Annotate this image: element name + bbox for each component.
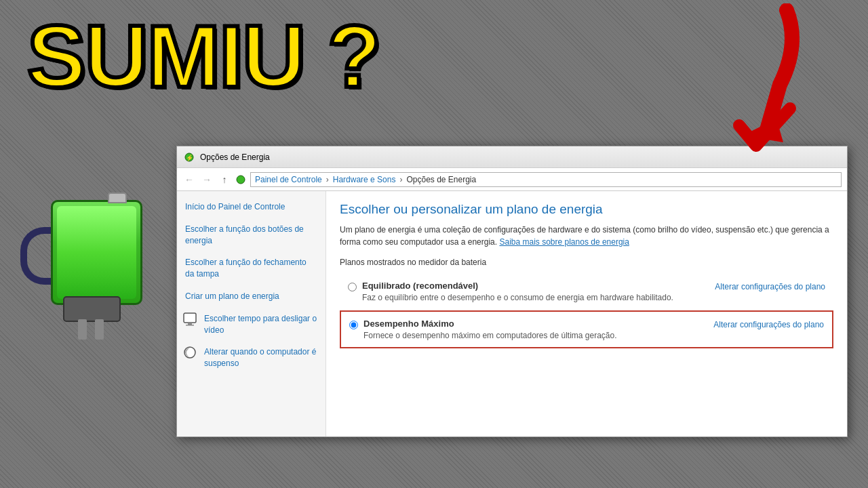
right-panel: Escolher ou personalizar um plano de ene… [326, 191, 847, 436]
main-title: SUMIU ? [27, 12, 380, 100]
svg-point-3 [237, 176, 245, 184]
power-svg-icon: ⚡ [184, 152, 195, 163]
dialog-content: Início do Painel de Controle Escolher a … [177, 191, 847, 436]
panel-main-title: Escolher ou personalizar um plano de ene… [340, 202, 833, 217]
plan-max-info: Desempenho Máximo Fornece o desempenho m… [363, 319, 713, 340]
plan-max-label[interactable]: Desempenho Máximo Fornece o desempenho m… [349, 319, 713, 340]
plan-max-radio[interactable] [349, 321, 358, 329]
sidebar-link-desligar[interactable]: Escolher tempo para desligar o vídeo [201, 311, 320, 338]
svg-rect-4 [184, 313, 196, 323]
sidebar-item-desligar-video: Escolher tempo para desligar o vídeo [182, 311, 320, 341]
battery-illustration [17, 183, 153, 332]
forward-button[interactable]: → [200, 173, 214, 186]
learn-more-link[interactable]: Saiba mais sobre planos de energia [499, 237, 629, 247]
address-power-icon [235, 174, 246, 185]
sidebar-item-inicio[interactable]: Início do Painel de Controle [182, 199, 320, 215]
plans-label: Planos mostrados no medidor da bateria [340, 258, 833, 267]
svg-rect-6 [186, 325, 194, 326]
plan-max-name: Desempenho Máximo [363, 319, 713, 329]
back-button[interactable]: ← [182, 173, 196, 186]
dialog-box: ⚡ Opções de Energia ← → ↑ Painel de Cont… [176, 146, 848, 437]
address-bar: ← → ↑ Painel de Controle › Hardware e So… [177, 168, 847, 191]
sidebar-item-criar[interactable]: Criar um plano de energia [182, 289, 320, 304]
plan-balanced-radio[interactable] [348, 283, 357, 291]
monitor-icon [182, 312, 197, 327]
plan-balanced-action[interactable]: Alterar configurações do plano [715, 282, 825, 291]
dialog-title-label: Opções de Energia [200, 152, 270, 162]
address-sep-1: › [326, 175, 329, 184]
sidebar-item-botoes[interactable]: Escolher a função dos botões de energia [182, 222, 320, 249]
address-painel[interactable]: Painel de Controle [255, 175, 322, 184]
sidebar-item-suspenso: Alterar quando o computador é suspenso [182, 344, 320, 374]
plan-max-action[interactable]: Alterar configurações do plano [713, 320, 824, 329]
plan-row-balanced: Equilibrado (recomendável) Faz o equilíb… [340, 274, 833, 309]
plan-balanced-desc: Faz o equilíbrio entre o desempenho e o … [362, 293, 715, 302]
plan-row-max-performance: Desempenho Máximo Fornece o desempenho m… [340, 310, 833, 348]
moon-icon [182, 345, 197, 360]
panel-description: Um plano de energia é uma coleção de con… [340, 224, 833, 248]
left-sidebar: Início do Painel de Controle Escolher a … [177, 191, 326, 436]
sidebar-item-fechamento[interactable]: Escolher a função do fechamento da tampa [182, 255, 320, 282]
red-arrow [678, 3, 827, 162]
plan-max-desc: Fornece o desempenho máximo em computado… [363, 331, 713, 340]
up-button[interactable]: ↑ [218, 173, 231, 186]
address-path-bar: Painel de Controle › Hardware e Sons › O… [250, 172, 842, 187]
svg-text:⚡: ⚡ [186, 154, 194, 162]
plan-balanced-name: Equilibrado (recomendável) [362, 281, 715, 291]
titlebar-icon: ⚡ [184, 152, 195, 163]
address-current: Opções de Energia [406, 175, 476, 184]
address-sep-2: › [399, 175, 402, 184]
plan-balanced-label[interactable]: Equilibrado (recomendável) Faz o equilíb… [348, 281, 715, 302]
plan-balanced-info: Equilibrado (recomendável) Faz o equilíb… [362, 281, 715, 302]
address-hardware[interactable]: Hardware e Sons [333, 175, 396, 184]
sidebar-link-suspenso[interactable]: Alterar quando o computador é suspenso [201, 344, 320, 371]
svg-rect-5 [188, 323, 192, 325]
